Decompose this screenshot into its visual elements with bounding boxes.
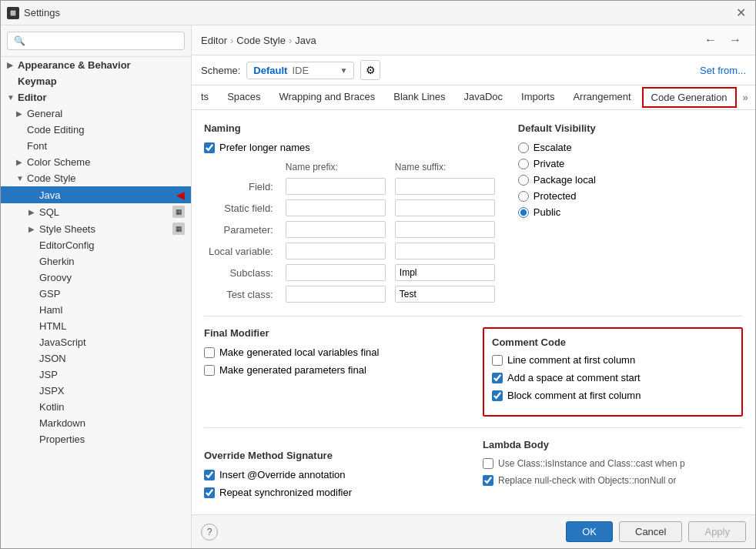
sidebar-item-general[interactable]: ▶General: [1, 105, 191, 122]
sidebar-item-java[interactable]: Java◀: [1, 186, 191, 203]
block-comment-first-label: Block comment at first column: [507, 390, 641, 401]
visibility-escalate-label: Escalate: [534, 142, 572, 153]
tab-wrapping[interactable]: Wrapping and Braces: [270, 86, 385, 109]
ok-button[interactable]: OK: [566, 521, 613, 542]
tabs-more-button[interactable]: »: [738, 89, 753, 106]
visibility-public-label: Public: [534, 206, 560, 218]
sidebar-item-gherkin[interactable]: Gherkin: [1, 253, 191, 269]
sidebar-item-label: Properties: [39, 434, 185, 445]
sidebar-item-label: JavaScript: [39, 336, 185, 348]
table-row: Subclass:: [204, 262, 500, 283]
sidebar-item-label: GSP: [39, 288, 185, 300]
sidebar-item-code-style[interactable]: ▼Code Style: [1, 170, 191, 186]
default-visibility-title: Default Visibility: [518, 122, 743, 134]
gen-local-final-label: Make generated local variables final: [219, 346, 379, 358]
tree-arrow-icon: ▼: [7, 93, 18, 102]
gen-params-final-label: Make generated parameters final: [219, 364, 366, 376]
search-input[interactable]: [7, 32, 185, 50]
breadcrumb-bar: Editor › Code Style › Java ← →: [192, 25, 755, 55]
sidebar-item-label: Font: [27, 140, 185, 152]
dropdown-arrow-icon: ▼: [340, 66, 347, 75]
tab-code-generation[interactable]: Code Generation: [642, 87, 737, 108]
back-button[interactable]: ←: [700, 32, 721, 49]
subclass-suffix-input[interactable]: [395, 264, 495, 281]
visibility-public-radio[interactable]: [518, 207, 529, 218]
tab-javadoc[interactable]: JavaDoc: [455, 86, 513, 109]
sidebar-item-haml[interactable]: Haml: [1, 302, 191, 318]
scheme-dropdown[interactable]: Default IDE ▼: [246, 62, 354, 79]
sidebar-item-json[interactable]: JSON: [1, 350, 191, 367]
gen-local-final-checkbox[interactable]: [204, 347, 215, 358]
add-space-comment-checkbox[interactable]: [492, 373, 503, 383]
use-class-instance-label: Use Class::isInstance and Class::cast wh…: [498, 458, 685, 469]
sidebar-item-editorconfig[interactable]: EditorConfig: [1, 237, 191, 253]
prefer-longer-checkbox[interactable]: [204, 142, 215, 153]
test-class-suffix-input[interactable]: [395, 286, 495, 303]
set-from-link[interactable]: Set from...: [700, 65, 746, 76]
gen-params-final-checkbox[interactable]: [204, 365, 215, 376]
sidebar-item-gsp[interactable]: GSP: [1, 286, 191, 302]
apply-button[interactable]: Apply: [688, 521, 746, 542]
add-space-comment-label: Add a space at comment start: [507, 372, 641, 383]
sidebar-item-sql[interactable]: ▶SQL▦: [1, 203, 191, 220]
sidebar-item-label: SQL: [39, 206, 172, 218]
static-field-prefix-input[interactable]: [286, 199, 386, 216]
sidebar-item-javascript[interactable]: JavaScript: [1, 334, 191, 350]
sidebar-item-groovy[interactable]: Groovy: [1, 269, 191, 286]
sidebar-item-label: JSP: [39, 369, 185, 380]
visibility-private-radio[interactable]: [518, 159, 529, 169]
field-prefix-input[interactable]: [286, 178, 386, 195]
tab-arrangement[interactable]: Arrangement: [564, 86, 640, 109]
sidebar-item-code-editing[interactable]: Code Editing: [1, 122, 191, 138]
sidebar-item-kotlin[interactable]: Kotlin: [1, 399, 191, 415]
sidebar-item-label: Style Sheets: [39, 223, 172, 235]
test-class-prefix-input[interactable]: [286, 286, 386, 303]
help-button[interactable]: ?: [201, 524, 218, 541]
field-label: Field:: [204, 176, 281, 197]
visibility-package-radio[interactable]: [518, 175, 529, 186]
parameter-suffix-input[interactable]: [395, 221, 495, 238]
forward-button[interactable]: →: [724, 32, 746, 49]
settings-window: ⊞ Settings ✕ ▶Appearance & BehaviorKeyma…: [0, 0, 756, 549]
tree-arrow-icon: ▶: [28, 225, 39, 233]
line-comment-first-checkbox[interactable]: [492, 355, 503, 366]
sidebar-item-jspx[interactable]: JSPX: [1, 383, 191, 399]
tab-imports[interactable]: Imports: [512, 86, 564, 109]
tree-arrow-icon: ▼: [16, 174, 27, 182]
sidebar-item-editor[interactable]: ▼Editor: [1, 89, 191, 105]
tabs-bar: ts Spaces Wrapping and Braces Blank Line…: [192, 85, 755, 110]
block-comment-first-checkbox[interactable]: [492, 390, 503, 401]
insert-override-checkbox[interactable]: [204, 470, 215, 480]
sidebar-item-keymap[interactable]: Keymap: [1, 73, 191, 89]
local-var-suffix-input[interactable]: [395, 243, 495, 259]
sidebar-item-jsp[interactable]: JSP: [1, 367, 191, 383]
badge-icon: ▦: [172, 206, 185, 218]
tab-blank-lines[interactable]: Blank Lines: [384, 86, 454, 109]
table-row: Test class:: [204, 283, 500, 305]
close-button[interactable]: ✕: [733, 5, 749, 20]
gear-button[interactable]: ⚙: [360, 60, 380, 80]
visibility-escalate-radio[interactable]: [518, 142, 529, 153]
tree-arrow-icon: ▶: [16, 158, 27, 166]
replace-null-check-checkbox[interactable]: [483, 475, 493, 486]
parameter-prefix-input[interactable]: [286, 221, 386, 238]
sidebar-item-markdown[interactable]: Markdown: [1, 415, 191, 431]
sidebar-item-font[interactable]: Font: [1, 138, 191, 154]
sidebar-item-html[interactable]: HTML: [1, 318, 191, 334]
sidebar-item-appearance-&-behavior[interactable]: ▶Appearance & Behavior: [1, 57, 191, 73]
visibility-protected-radio[interactable]: [518, 191, 529, 202]
use-class-instance-checkbox[interactable]: [483, 458, 493, 469]
static-field-suffix-input[interactable]: [395, 199, 495, 216]
subclass-prefix-input[interactable]: [286, 264, 386, 281]
local-var-prefix-input[interactable]: [286, 243, 386, 259]
tab-spaces[interactable]: Spaces: [218, 86, 269, 109]
cancel-button[interactable]: Cancel: [619, 521, 682, 542]
sidebar-item-color-scheme[interactable]: ▶Color Scheme: [1, 154, 191, 170]
sidebar-item-label: Markdown: [39, 417, 185, 429]
sidebar-item-label: Appearance & Behavior: [18, 59, 185, 71]
field-suffix-input[interactable]: [395, 178, 495, 195]
repeat-sync-checkbox[interactable]: [204, 487, 215, 498]
tab-ts[interactable]: ts: [192, 86, 218, 109]
sidebar-item-style-sheets[interactable]: ▶Style Sheets▦: [1, 220, 191, 237]
sidebar-item-properties[interactable]: Properties: [1, 431, 191, 447]
